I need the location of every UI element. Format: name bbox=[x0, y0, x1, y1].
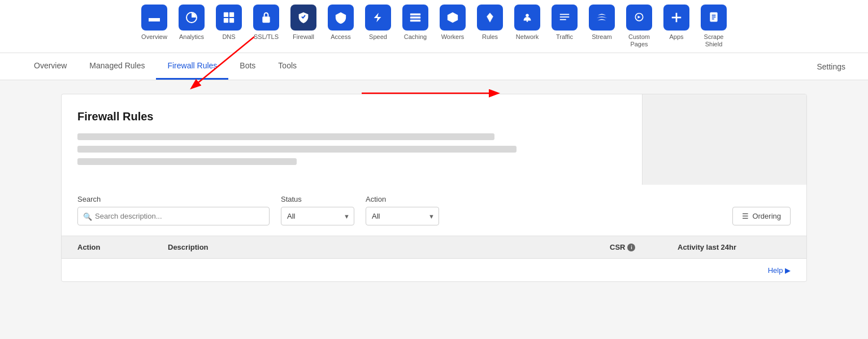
filter-group-search: Search 🔍 bbox=[77, 195, 270, 225]
skeleton-line-3 bbox=[77, 158, 297, 165]
ordering-icon: ☰ bbox=[742, 212, 749, 220]
search-label: Search bbox=[77, 195, 270, 203]
card-right-placeholder bbox=[643, 94, 806, 185]
sub-nav-tools[interactable]: Tools bbox=[267, 53, 308, 80]
nav-label-custom-pages: CustomPages bbox=[628, 33, 650, 48]
skeleton-line-2 bbox=[77, 146, 517, 153]
nav-item-caching[interactable]: Caching bbox=[398, 5, 433, 45]
nav-label-dns: DNS bbox=[222, 33, 235, 41]
custom-pages-icon bbox=[626, 5, 652, 31]
action-select-wrapper: All ▼ bbox=[366, 207, 439, 225]
nav-item-stream[interactable]: Stream bbox=[584, 5, 619, 45]
svg-rect-2 bbox=[229, 12, 234, 17]
nav-label-access: Access bbox=[331, 33, 350, 41]
nav-item-access[interactable]: Access bbox=[323, 5, 358, 45]
nav-item-custom-pages[interactable]: CustomPages bbox=[622, 5, 657, 53]
nav-label-analytics: Analytics bbox=[179, 33, 204, 41]
firewall-icon bbox=[290, 5, 316, 31]
nav-label-stream: Stream bbox=[592, 33, 611, 41]
nav-label-rules: Rules bbox=[482, 33, 498, 41]
caching-icon bbox=[402, 5, 428, 31]
svg-rect-4 bbox=[229, 18, 234, 23]
nav-label-network: Network bbox=[516, 33, 539, 41]
card-top: Firewall Rules bbox=[62, 94, 806, 185]
nav-item-dns[interactable]: DNS bbox=[211, 5, 246, 45]
nav-label-apps: Apps bbox=[669, 33, 683, 41]
svg-rect-3 bbox=[224, 18, 228, 23]
sub-nav-items: Overview Managed Rules Firewall Rules Bo… bbox=[23, 53, 817, 80]
filters-row: Search 🔍 Status All ▼ bbox=[62, 185, 806, 236]
filter-group-status: Status All ▼ bbox=[281, 195, 354, 225]
access-icon bbox=[328, 5, 354, 31]
ssl-icon bbox=[253, 5, 279, 31]
search-icon: 🔍 bbox=[83, 212, 92, 220]
status-select[interactable]: All bbox=[281, 207, 354, 225]
svg-rect-12 bbox=[560, 14, 570, 15]
workers-icon bbox=[440, 5, 466, 31]
nav-label-ssl: SSL/TLS bbox=[254, 33, 279, 41]
action-select[interactable]: All bbox=[366, 207, 439, 225]
top-nav-items: ▬ Overview Analytics DNS SSL/TLS bbox=[137, 5, 731, 53]
overview-icon: ▬ bbox=[141, 5, 167, 31]
search-input-wrapper: 🔍 bbox=[77, 207, 270, 225]
status-select-wrapper: All ▼ bbox=[281, 207, 354, 225]
sub-nav-managed-rules[interactable]: Managed Rules bbox=[78, 53, 156, 80]
svg-rect-13 bbox=[560, 16, 570, 18]
nav-label-caching: Caching bbox=[404, 33, 427, 41]
nav-label-speed: Speed bbox=[369, 33, 387, 41]
help-link[interactable]: Help ▶ bbox=[768, 266, 791, 275]
csr-info-icon[interactable]: i bbox=[627, 244, 635, 251]
traffic-icon bbox=[552, 5, 578, 31]
ordering-label: Ordering bbox=[752, 212, 781, 220]
nav-item-speed[interactable]: Speed bbox=[361, 5, 396, 45]
skeleton-line-1 bbox=[77, 133, 494, 140]
sub-nav-bots[interactable]: Bots bbox=[228, 53, 267, 80]
card-title: Firewall Rules bbox=[77, 110, 626, 123]
scrape-shield-icon bbox=[701, 5, 727, 31]
col-description: Description bbox=[168, 243, 610, 251]
svg-rect-6 bbox=[410, 14, 420, 16]
filter-group-action: Action All ▼ bbox=[366, 195, 439, 225]
network-icon bbox=[514, 5, 540, 31]
rules-icon bbox=[477, 5, 503, 31]
svg-rect-7 bbox=[410, 16, 420, 19]
nav-item-rules[interactable]: Rules bbox=[472, 5, 507, 45]
stream-icon bbox=[589, 5, 615, 31]
nav-label-traffic: Traffic bbox=[556, 33, 573, 41]
nav-item-traffic[interactable]: Traffic bbox=[547, 5, 582, 45]
nav-item-network[interactable]: Network bbox=[510, 5, 545, 45]
col-csr: CSR i bbox=[610, 243, 678, 251]
main-content: Firewall Rules Search 🔍 Status bbox=[38, 80, 830, 295]
page-wrapper: ▬ Overview Analytics DNS SSL/TLS bbox=[0, 0, 868, 295]
speed-icon bbox=[365, 5, 391, 31]
search-input[interactable] bbox=[77, 207, 270, 225]
apps-icon bbox=[663, 5, 689, 31]
sub-nav: Overview Managed Rules Firewall Rules Bo… bbox=[0, 53, 868, 80]
svg-rect-8 bbox=[410, 20, 420, 22]
status-label: Status bbox=[281, 195, 354, 203]
svg-rect-14 bbox=[560, 19, 566, 20]
svg-point-10 bbox=[526, 14, 529, 17]
sub-nav-overview[interactable]: Overview bbox=[23, 53, 78, 80]
nav-item-workers[interactable]: Workers bbox=[435, 5, 470, 45]
nav-item-firewall[interactable]: Firewall bbox=[286, 5, 321, 45]
sub-nav-settings[interactable]: Settings bbox=[817, 54, 845, 79]
nav-label-workers: Workers bbox=[441, 33, 465, 41]
card-footer: Help ▶ bbox=[62, 259, 806, 281]
analytics-icon bbox=[179, 5, 205, 31]
nav-item-analytics[interactable]: Analytics bbox=[174, 5, 209, 45]
nav-label-overview: Overview bbox=[141, 33, 167, 41]
col-activity: Activity last 24hr bbox=[678, 243, 791, 251]
nav-item-apps[interactable]: Apps bbox=[659, 5, 694, 45]
sub-nav-firewall-rules[interactable]: Firewall Rules bbox=[156, 53, 228, 80]
svg-rect-1 bbox=[224, 12, 228, 17]
nav-item-overview[interactable]: ▬ Overview bbox=[137, 5, 172, 45]
top-nav: ▬ Overview Analytics DNS SSL/TLS bbox=[0, 0, 868, 53]
svg-marker-9 bbox=[448, 12, 458, 23]
nav-item-ssl-tls[interactable]: SSL/TLS bbox=[249, 5, 284, 45]
svg-point-11 bbox=[527, 20, 528, 22]
col-action: Action bbox=[77, 243, 168, 251]
nav-item-scrape-shield[interactable]: ScrapeShield bbox=[696, 5, 731, 53]
ordering-button[interactable]: ☰ Ordering bbox=[732, 207, 791, 225]
content-card: Firewall Rules Search 🔍 Status bbox=[61, 94, 807, 282]
